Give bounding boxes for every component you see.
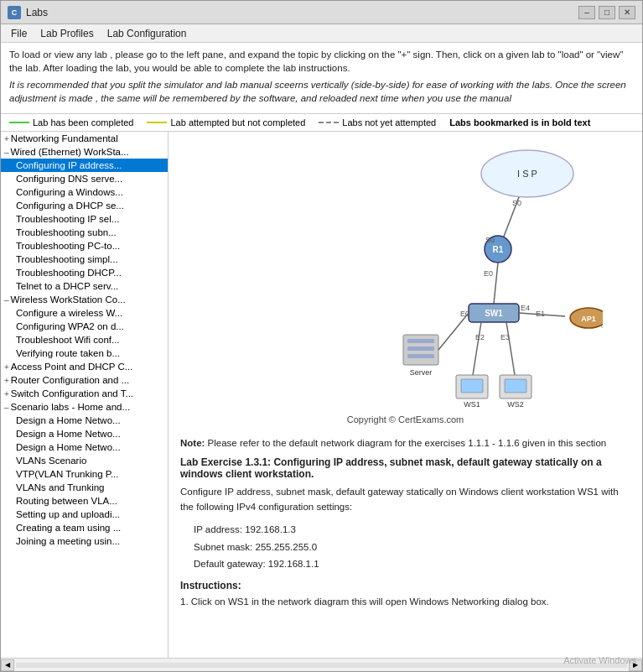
sidebar-item-label: Design a Home Netwo... bbox=[16, 429, 121, 439]
sidebar-item-routing-between-vlan[interactable]: Routing between VLA... bbox=[1, 494, 168, 508]
sidebar-item-configuring-dns[interactable]: Configuring DNS serve... bbox=[1, 172, 168, 185]
svg-line-3 bbox=[502, 197, 519, 241]
note-text: Please refer to the default network diag… bbox=[208, 438, 607, 448]
sidebar-item-label: Troubleshooting DHCP... bbox=[16, 268, 122, 278]
svg-line-45 bbox=[601, 326, 603, 367]
sidebar-item-troubleshooting-simpl[interactable]: Troubleshooting simpl... bbox=[1, 253, 168, 266]
maximize-button[interactable]: □ bbox=[599, 6, 615, 19]
sidebar-item-label: Routing between VLA... bbox=[16, 496, 117, 506]
sidebar-item-joining-meeting[interactable]: Joining a meeting usin... bbox=[1, 534, 168, 548]
sidebar-item-setting-uploadi[interactable]: Setting up and uploadi... bbox=[1, 508, 168, 521]
legend-completed: Lab has been completed bbox=[9, 117, 133, 128]
expand-icon[interactable]: + bbox=[4, 389, 9, 399]
svg-text:WS1: WS1 bbox=[464, 400, 480, 409]
instructions-title: Instructions: bbox=[180, 580, 630, 591]
legend-attempted: Lab attempted but not completed bbox=[147, 117, 305, 128]
svg-rect-26 bbox=[407, 339, 434, 343]
sidebar-item-label: Design a Home Netwo... bbox=[16, 415, 121, 425]
note-label: Note: bbox=[180, 438, 205, 448]
activate-watermark: Activate Windows bbox=[563, 655, 636, 665]
config-list: IP address: 192.168.1.3 Subnet mask: 255… bbox=[194, 521, 630, 573]
sidebar-item-label: VTP(VLAN Trunking P... bbox=[16, 469, 119, 479]
menu-lab-profiles[interactable]: Lab Profiles bbox=[34, 26, 100, 41]
legend-not-attempted-label: Labs not yet attempted bbox=[342, 117, 436, 128]
banner-line2: It is recommended that you split the sim… bbox=[9, 78, 634, 105]
legend-completed-label: Lab has been completed bbox=[33, 117, 133, 128]
main-window: C Labs – □ ✕ File Lab Profiles Lab Confi… bbox=[0, 0, 643, 672]
sidebar-item-label: Configuring IP address... bbox=[16, 160, 122, 170]
sidebar-item-access-point-dhcp[interactable]: + Access Point and DHCP C... bbox=[1, 360, 168, 373]
expand-icon[interactable]: + bbox=[4, 376, 9, 385]
legend-bookmarked-label: Labs bookmarked is in bold text bbox=[449, 117, 590, 128]
sidebar-item-vlans-trunking[interactable]: VLANs and Trunking bbox=[1, 481, 168, 494]
svg-rect-20 bbox=[461, 379, 483, 393]
sidebar-item-networking-fundamental[interactable]: + Networking Fundamental bbox=[1, 132, 168, 145]
sidebar-item-creating-team[interactable]: Creating a team using ... bbox=[1, 521, 168, 534]
note-section: Note: Please refer to the default networ… bbox=[180, 438, 630, 448]
sidebar-item-vtp-vlan[interactable]: VTP(VLAN Trunking P... bbox=[1, 467, 168, 481]
svg-line-8 bbox=[494, 263, 498, 304]
sidebar-item-label: Configure a wireless W... bbox=[16, 308, 122, 318]
sidebar-item-vlans-scenario[interactable]: VLANs Scenario bbox=[1, 454, 168, 467]
menu-file[interactable]: File bbox=[4, 26, 34, 41]
svg-text:E0: E0 bbox=[484, 269, 493, 278]
sidebar-item-label: VLANs and Trunking bbox=[16, 482, 104, 492]
network-svg: I S P S0 R1 S0 E0 SW1 bbox=[209, 140, 603, 409]
expand-icon[interactable]: – bbox=[4, 295, 9, 305]
sidebar-item-configuring-ip[interactable]: Configuring IP address... bbox=[1, 159, 168, 172]
close-button[interactable]: ✕ bbox=[619, 6, 635, 19]
sidebar: + Networking Fundamental– Wired (Etherne… bbox=[1, 132, 169, 658]
scroll-left-button[interactable]: ◀ bbox=[1, 659, 14, 671]
sidebar-item-label: Wired (Ethernet) WorkSta... bbox=[11, 147, 129, 157]
svg-text:R1: R1 bbox=[492, 245, 503, 254]
sidebar-item-design-home-netw3[interactable]: Design a Home Netwo... bbox=[1, 440, 168, 454]
sidebar-item-configuring-dhcp[interactable]: Configuring a DHCP se... bbox=[1, 199, 168, 212]
expand-icon[interactable]: – bbox=[4, 148, 9, 157]
sidebar-item-configuring-wpa2[interactable]: Configuring WPA2 on d... bbox=[1, 320, 168, 333]
sidebar-item-design-home-netw2[interactable]: Design a Home Netwo... bbox=[1, 427, 168, 440]
legend-attempted-line bbox=[147, 122, 167, 123]
sidebar-item-troubleshooting-subn[interactable]: Troubleshooting subn... bbox=[1, 226, 168, 239]
sidebar-item-troubleshooting-ip[interactable]: Troubleshooting IP sel... bbox=[1, 212, 168, 226]
legend-not-attempted-line bbox=[319, 122, 339, 123]
window-title: Labs bbox=[26, 7, 578, 18]
sidebar-item-label: Telnet to a DHCP serv... bbox=[16, 281, 118, 291]
minimize-button[interactable]: – bbox=[578, 6, 595, 19]
legend-not-attempted: Labs not yet attempted bbox=[319, 117, 436, 128]
sidebar-item-label: Configuring a DHCP se... bbox=[16, 201, 124, 211]
banner-line1: To load or view any lab , please go to t… bbox=[9, 48, 634, 75]
title-bar: C Labs – □ ✕ bbox=[1, 1, 642, 24]
sidebar-item-design-home-netw1[interactable]: Design a Home Netwo... bbox=[1, 414, 168, 427]
expand-icon[interactable]: – bbox=[4, 403, 9, 412]
sidebar-item-switch-config[interactable]: + Switch Configuration and T... bbox=[1, 387, 168, 400]
menu-lab-configuration[interactable]: Lab Configuration bbox=[101, 26, 194, 41]
lab-exercise-desc: Configure IP address, subnet mask, defau… bbox=[180, 485, 630, 514]
svg-text:WS2: WS2 bbox=[507, 400, 524, 409]
sidebar-item-troubleshooting-dhcp[interactable]: Troubleshooting DHCP... bbox=[1, 266, 168, 279]
svg-rect-28 bbox=[407, 354, 434, 358]
svg-rect-23 bbox=[505, 379, 526, 393]
sidebar-item-label: Router Configuration and ... bbox=[11, 375, 129, 385]
svg-line-18 bbox=[506, 322, 515, 375]
expand-icon[interactable]: + bbox=[4, 362, 9, 372]
sidebar-item-label: Scenario labs - Home and... bbox=[11, 402, 131, 412]
legend-bookmarked: Labs bookmarked is in bold text bbox=[449, 117, 590, 128]
sidebar-item-troubleshoot-wifi[interactable]: Troubleshoot Wifi conf... bbox=[1, 333, 168, 346]
svg-line-30 bbox=[438, 313, 469, 350]
sidebar-item-router-config[interactable]: + Router Configuration and ... bbox=[1, 373, 168, 387]
expand-icon[interactable]: + bbox=[4, 134, 9, 143]
svg-text:Server: Server bbox=[409, 368, 432, 377]
sidebar-item-wireless-workstation[interactable]: – Wireless WorkStation Co... bbox=[1, 293, 168, 306]
sidebar-item-label: Design a Home Netwo... bbox=[16, 442, 121, 452]
sidebar-item-troubleshooting-pc[interactable]: Troubleshooting PC-to... bbox=[1, 239, 168, 253]
subnet-mask: Subnet mask: 255.255.255.0 bbox=[194, 539, 630, 556]
sidebar-item-verifying-route[interactable]: Verifying route taken b... bbox=[1, 346, 168, 360]
lab-exercise-title: Lab Exercise 1.3.1: Configuring IP addre… bbox=[180, 456, 630, 480]
svg-text:E2: E2 bbox=[475, 333, 485, 341]
sidebar-item-label: Configuring WPA2 on d... bbox=[16, 321, 124, 331]
sidebar-item-telnet-dhcp[interactable]: Telnet to a DHCP serv... bbox=[1, 279, 168, 293]
sidebar-item-configure-wireless[interactable]: Configure a wireless W... bbox=[1, 306, 168, 320]
sidebar-item-configuring-windows[interactable]: Configuring a Windows... bbox=[1, 185, 168, 199]
sidebar-item-scenario-labs[interactable]: – Scenario labs - Home and... bbox=[1, 400, 168, 414]
sidebar-item-wired-workstation[interactable]: – Wired (Ethernet) WorkSta... bbox=[1, 145, 168, 159]
